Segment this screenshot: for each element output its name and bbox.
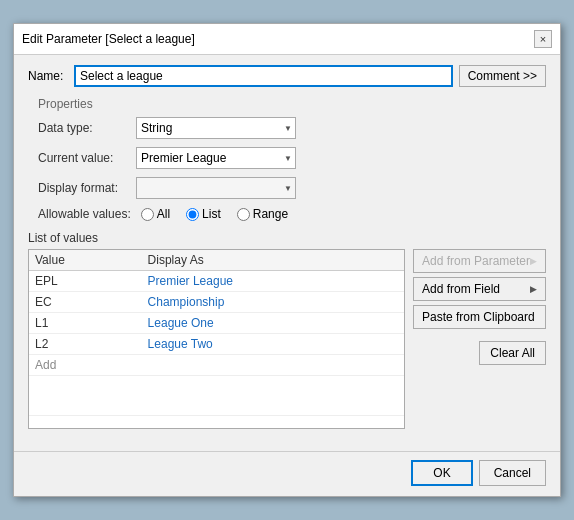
value-cell: EC	[29, 292, 142, 313]
value-cell: L2	[29, 334, 142, 355]
comment-button[interactable]: Comment >>	[459, 65, 546, 87]
radio-all[interactable]: All	[141, 207, 170, 221]
ok-button[interactable]: OK	[411, 460, 472, 486]
paste-from-clipboard-button[interactable]: Paste from Clipboard	[413, 305, 546, 329]
title-bar: Edit Parameter [Select a league] ×	[14, 24, 560, 55]
arrow-icon: ▶	[530, 256, 537, 266]
name-label: Name:	[28, 69, 68, 83]
list-section-label: List of values	[28, 231, 546, 245]
radio-range[interactable]: Range	[237, 207, 288, 221]
close-button[interactable]: ×	[534, 30, 552, 48]
value-cell: EPL	[29, 271, 142, 292]
data-type-row: Data type: String	[38, 117, 546, 139]
clear-all-container: Clear All	[413, 341, 546, 365]
empty-row	[29, 376, 404, 416]
current-value-label: Current value:	[38, 151, 128, 165]
list-area: Value Display As EPL Premier League EC C…	[28, 249, 546, 429]
arrow-icon: ▶	[530, 284, 537, 294]
add-from-parameter-button[interactable]: Add from Parameter ▶	[413, 249, 546, 273]
radio-range-label: Range	[253, 207, 288, 221]
current-value-select-wrapper: Premier League	[136, 147, 296, 169]
name-input[interactable]	[74, 65, 453, 87]
display-cell: League One	[142, 313, 404, 334]
display-cell: Premier League	[142, 271, 404, 292]
clear-all-button[interactable]: Clear All	[479, 341, 546, 365]
add-row[interactable]: Add	[29, 355, 404, 376]
table-row[interactable]: EC Championship	[29, 292, 404, 313]
properties-section-label: Properties	[38, 97, 546, 111]
add-from-field-button[interactable]: Add from Field ▶	[413, 277, 546, 301]
table-row[interactable]: EPL Premier League	[29, 271, 404, 292]
col-display-header: Display As	[142, 250, 404, 271]
current-value-select[interactable]: Premier League	[136, 147, 296, 169]
edit-parameter-dialog: Edit Parameter [Select a league] × Name:…	[13, 23, 561, 497]
display-format-select-wrapper	[136, 177, 296, 199]
current-value-row: Current value: Premier League	[38, 147, 546, 169]
display-format-row: Display format:	[38, 177, 546, 199]
side-buttons: Add from Parameter ▶ Add from Field ▶ Pa…	[413, 249, 546, 365]
add-cell: Add	[29, 355, 142, 376]
display-cell: League Two	[142, 334, 404, 355]
display-cell: Championship	[142, 292, 404, 313]
radio-all-input[interactable]	[141, 208, 154, 221]
col-value-header: Value	[29, 250, 142, 271]
radio-range-input[interactable]	[237, 208, 250, 221]
allowable-values-row: Allowable values: All List Range	[38, 207, 546, 221]
cancel-button[interactable]: Cancel	[479, 460, 546, 486]
dialog-body: Name: Comment >> Properties Data type: S…	[14, 55, 560, 441]
radio-all-label: All	[157, 207, 170, 221]
radio-list-label: List	[202, 207, 221, 221]
display-format-select[interactable]	[136, 177, 296, 199]
list-table: Value Display As EPL Premier League EC C…	[29, 250, 404, 416]
dialog-title: Edit Parameter [Select a league]	[22, 32, 195, 46]
radio-list-input[interactable]	[186, 208, 199, 221]
allowable-values-label: Allowable values:	[38, 207, 131, 221]
name-row: Name: Comment >>	[28, 65, 546, 87]
table-row[interactable]: L2 League Two	[29, 334, 404, 355]
data-type-label: Data type:	[38, 121, 128, 135]
display-format-label: Display format:	[38, 181, 128, 195]
data-type-select-wrapper: String	[136, 117, 296, 139]
allowable-radio-group: All List Range	[141, 207, 288, 221]
data-type-select[interactable]: String	[136, 117, 296, 139]
bottom-buttons: OK Cancel	[14, 451, 560, 496]
radio-list[interactable]: List	[186, 207, 221, 221]
list-table-container: Value Display As EPL Premier League EC C…	[28, 249, 405, 429]
value-cell: L1	[29, 313, 142, 334]
table-row[interactable]: L1 League One	[29, 313, 404, 334]
